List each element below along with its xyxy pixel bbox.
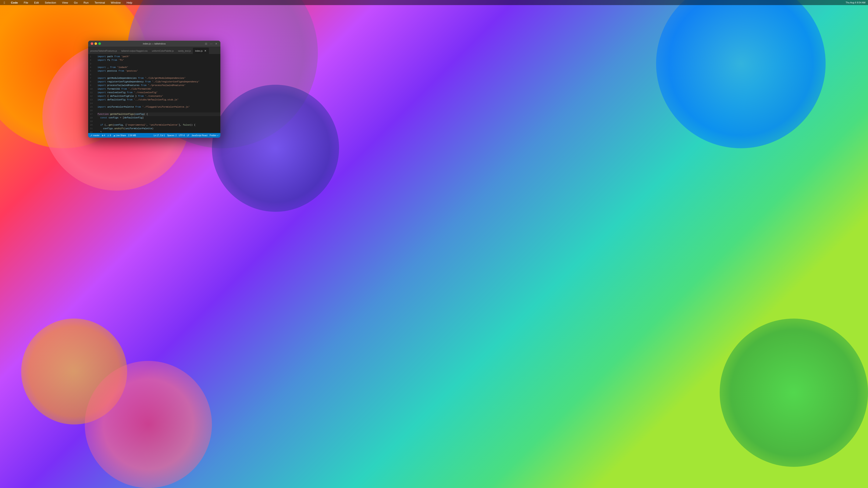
eol[interactable]: LF [187,134,189,137]
more-actions-button[interactable]: ⋯ [209,42,213,45]
editor[interactable]: 1234567891011121314151617181920212223242… [88,54,220,133]
encoding[interactable]: UTF-8 [179,134,185,137]
split-editor-button[interactable]: ⊟ [204,42,208,45]
menu-help[interactable]: Help [125,1,133,5]
code-line [97,73,220,76]
titlebar-actions: ⊟ ⋯ ✕ [204,42,218,45]
code-line: import registerConfigAsDependency from '… [97,80,220,84]
cursor-position[interactable]: Ln 17, Col 1 [154,134,165,137]
menu-selection[interactable]: Selection [43,1,57,5]
code-line [97,109,220,112]
menu-view[interactable]: View [61,1,69,5]
code-line: import defaultConfig from '../stubs/defa… [97,98,220,102]
minimize-button[interactable] [94,42,97,45]
bg-blob-4 [212,85,339,212]
git-branch[interactable]: ⎇ master [90,134,100,137]
code-content: 1234567891011121314151617181920212223242… [88,54,220,133]
code-line: import _ from 'lodash' [97,66,220,69]
code-line: import postcss from 'postcss' [97,69,220,73]
menu-edit[interactable]: Edit [33,1,40,5]
language-mode[interactable]: JavaScript React [191,134,208,137]
bg-blob-5 [656,0,826,148]
live-share-icon: ☁ [113,134,115,137]
menubar-left:  Code File Edit Selection View Go Run T… [3,0,133,5]
code-line: import fs from 'fs' [97,59,220,62]
bg-blob-6 [720,319,868,467]
menu-run[interactable]: Run [82,1,90,5]
code-line [97,120,220,123]
code-line: import resolveConfig from './resolveConf… [97,91,220,94]
tab-sanity-test[interactable]: sanity_test.js [176,48,193,54]
traffic-lights [91,42,101,45]
tab-index-js[interactable]: index.js ✕ [193,48,209,54]
tab-uniformColorPalette[interactable]: uniformColorPalette.js [150,48,176,54]
menu-go[interactable]: Go [73,1,79,5]
menubar-time: Thu Aug 6 8:54 AM [845,1,865,4]
code-line: import path from 'path' [97,55,220,59]
menu-code[interactable]: Code [9,1,19,5]
line-numbers: 1234567891011121314151617181920212223242… [88,55,97,132]
statusbar-right: Ln 17, Col 1 Spaces: 2 UTF-8 LF JavaScri… [154,134,219,137]
code-line: } [97,130,220,132]
code-line [97,102,220,105]
errors-count[interactable]: ⊗ 4 [102,134,105,137]
code-line: const configs = [defaultConfig] [97,116,220,120]
menu-window[interactable]: Window [110,1,122,5]
git-branch-icon: ⎇ [90,134,92,137]
apple-menu[interactable]:  [3,0,6,5]
menubar-right: Thu Aug 6 8:54 AM [845,1,865,4]
file-size-value: 2.58 MB [128,134,136,137]
bg-blob-8 [85,361,212,488]
code-lines[interactable]: import path from 'path'import fs from 'f… [97,55,220,132]
tab-label: tailwind-output-flagged.css [121,50,148,52]
live-share-label: Live Share [116,134,126,137]
error-count: 4 [104,134,105,137]
code-line: function getDefaultConfigs(config) { [97,112,220,116]
tab-tailwind-output[interactable]: tailwind-output-flagged.css [119,48,150,54]
formatter[interactable]: Prettier ✓ [210,134,219,137]
tab-close-button[interactable]: ✕ [204,50,207,52]
code-line: import uniformColorPalette from './flagg… [97,105,220,109]
menubar:  Code File Edit Selection View Go Run T… [0,0,868,5]
warning-icon: ⚠ [107,134,109,137]
close-editor-button[interactable]: ✕ [214,42,218,45]
menu-file[interactable]: File [23,1,29,5]
code-line: import { defaultConfigFile } from './con… [97,94,220,98]
menu-terminal[interactable]: Terminal [93,1,106,5]
file-size: 2.58 MB [128,134,136,137]
tab-processTailwindFeatures[interactable]: processTailwindFeatures.js [88,48,119,54]
git-branch-name: master [93,134,100,137]
statusbar: ⎇ master ⊗ 4 ⚠ 8 ☁ Live Share 2.58 MB Ln… [88,133,220,138]
code-line: import formatCSS from './lib/formatCSS' [97,87,220,91]
titlebar: index.js — tailwindcss ⊟ ⋯ ✕ [88,41,220,46]
indentation[interactable]: Spaces: 2 [167,134,177,137]
live-share[interactable]: ☁ Live Share [113,134,126,137]
warnings-count[interactable]: ⚠ 8 [107,134,111,137]
tab-label: sanity_test.js [178,50,191,52]
vscode-window: index.js — tailwindcss ⊟ ⋯ ✕ processTail… [88,41,220,138]
error-icon: ⊗ [102,134,103,137]
code-line: import getModuleDependencies from './lib… [97,76,220,80]
tab-label: index.js [195,50,203,52]
close-button[interactable] [91,42,93,45]
code-line: configs.unshift(uniformColorPalette) [97,127,220,130]
maximize-button[interactable] [98,42,101,45]
code-line: import processTailwindFeatures from './p… [97,84,220,87]
window-title: index.js — tailwindcss [143,42,166,45]
code-line [97,62,220,66]
tabbar: processTailwindFeatures.js tailwind-outp… [88,46,220,54]
tab-label: processTailwindFeatures.js [90,50,117,52]
tab-label: uniformColorPalette.js [152,50,174,52]
code-line: if (_.get(config, ['experimental', 'unif… [97,123,220,127]
warning-count: 8 [110,134,111,137]
statusbar-left: ⎇ master ⊗ 4 ⚠ 8 ☁ Live Share 2.58 MB [90,134,136,137]
